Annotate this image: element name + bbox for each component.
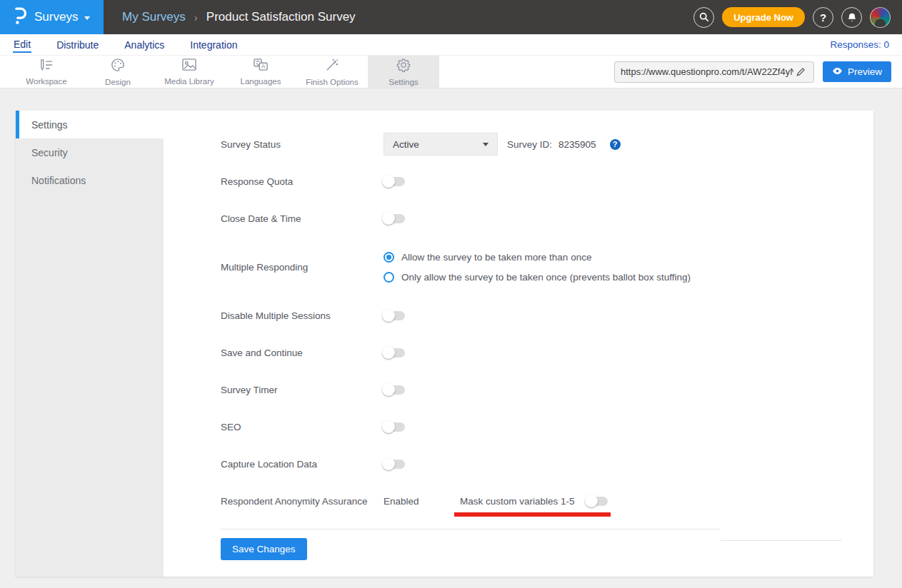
response-quota-label: Response Quota	[221, 176, 384, 187]
capture-location-data-label: Capture Location Data	[221, 459, 384, 470]
breadcrumb-my-surveys[interactable]: My Surveys	[122, 10, 186, 24]
preview-label: Preview	[848, 66, 882, 77]
survey-status-label: Survey Status	[221, 139, 384, 150]
settings-card: Settings Security Notifications Survey S…	[16, 111, 873, 577]
tab-distribute[interactable]: Distribute	[56, 37, 99, 52]
toolbar-tab-label: Media Library	[164, 77, 214, 86]
survey-id-value: 8235905	[558, 139, 596, 150]
close-date-time-row: Close Date & Time	[221, 200, 873, 237]
product-switcher[interactable]: Surveys	[0, 0, 104, 34]
preview-button[interactable]: Preview	[823, 61, 891, 82]
toolbar-tab-label: Languages	[241, 77, 281, 86]
toolbar-tab-workspace[interactable]: Workspace	[11, 56, 82, 88]
survey-id-help-icon[interactable]: ?	[610, 139, 621, 150]
red-highlight-underline	[454, 512, 611, 517]
media-library-icon	[181, 58, 197, 74]
tab-integration[interactable]: Integration	[189, 37, 238, 52]
responses-count[interactable]: Responses: 0	[830, 39, 889, 50]
toolbar-tab-design[interactable]: Design	[82, 56, 154, 88]
multiple-responding-options: Allow the survey to be taken more than o…	[384, 252, 691, 283]
eye-icon	[832, 66, 843, 77]
toolbar-tab-media-library[interactable]: Media Library	[154, 56, 225, 88]
survey-timer-toggle[interactable]	[384, 385, 405, 395]
divider-zone	[221, 519, 873, 538]
design-palette-icon	[111, 58, 125, 75]
edit-toolbar: Workspace Design Media Library A Languag…	[0, 56, 902, 88]
divider	[221, 529, 721, 529]
save-and-continue-toggle[interactable]	[384, 348, 405, 358]
save-changes-button[interactable]: Save Changes	[221, 538, 307, 560]
radio-option-multiple-allowed[interactable]: Allow the survey to be taken more than o…	[384, 252, 691, 263]
edit-url-pencil-icon[interactable]	[793, 64, 809, 80]
search-icon[interactable]	[693, 7, 714, 28]
survey-timer-label: Survey Timer	[221, 385, 384, 395]
seo-toggle[interactable]	[384, 422, 405, 432]
response-quota-toggle[interactable]	[384, 177, 405, 186]
tab-analytics[interactable]: Analytics	[124, 37, 165, 52]
settings-gear-icon	[396, 58, 411, 75]
upgrade-now-button[interactable]: Upgrade Now	[722, 7, 805, 27]
sidebar-item-settings[interactable]: Settings	[16, 111, 164, 138]
disable-multiple-sessions-toggle[interactable]	[384, 311, 405, 320]
sidebar-item-notifications[interactable]: Notifications	[16, 166, 164, 194]
multiple-responding-label: Multiple Responding	[221, 262, 384, 273]
survey-status-row: Survey Status Active Survey ID: 8235905 …	[221, 126, 873, 163]
svg-text:A: A	[261, 64, 266, 70]
settings-sidebar: Settings Security Notifications	[16, 111, 164, 577]
toolbar-tab-settings[interactable]: Settings	[368, 56, 439, 88]
toolbar-tab-label: Design	[105, 78, 131, 86]
mask-custom-variables-label: Mask custom variables 1-5	[460, 496, 586, 507]
toolbar-tab-languages[interactable]: A Languages	[225, 56, 296, 88]
disable-multiple-sessions-row: Disable Multiple Sessions	[221, 297, 873, 334]
chevron-down-icon	[483, 143, 488, 146]
toolbar-right: Preview	[614, 56, 902, 88]
account-avatar[interactable]	[870, 7, 891, 28]
seo-label: SEO	[221, 422, 384, 432]
questionpro-logo-icon	[14, 6, 28, 28]
respondent-anonymity-label: Respondent Anonymity Assurance	[221, 496, 384, 507]
notifications-bell-icon[interactable]	[841, 7, 862, 28]
radio-option-once-only[interactable]: Only allow the survey to be taken once (…	[384, 272, 691, 283]
capture-location-data-toggle[interactable]	[384, 460, 405, 469]
survey-status-select[interactable]: Active	[384, 133, 498, 156]
survey-url-box	[614, 61, 814, 83]
sidebar-item-security[interactable]: Security	[16, 138, 164, 166]
disable-multiple-sessions-label: Disable Multiple Sessions	[221, 310, 384, 321]
workspace-icon	[39, 59, 54, 74]
header-actions: Upgrade Now ?	[693, 0, 902, 34]
breadcrumb: My Surveys › Product Satisfaction Survey	[122, 0, 356, 34]
radio-unselected-icon[interactable]	[384, 272, 394, 283]
settings-content: Survey Status Active Survey ID: 8235905 …	[164, 111, 873, 577]
divider-secondary	[721, 540, 842, 541]
save-and-continue-row: Save and Continue	[221, 334, 873, 371]
save-and-continue-label: Save and Continue	[221, 348, 384, 358]
mask-custom-variables-toggle[interactable]	[586, 497, 608, 506]
close-date-time-label: Close Date & Time	[221, 213, 384, 224]
languages-icon: A	[253, 58, 269, 74]
page-title: Product Satisfaction Survey	[206, 10, 356, 24]
finish-options-wand-icon	[325, 58, 339, 75]
survey-status-value: Active	[393, 139, 419, 150]
app-header: Surveys My Surveys › Product Satisfactio…	[0, 0, 902, 34]
close-date-time-toggle[interactable]	[384, 214, 405, 223]
survey-timer-row: Survey Timer	[221, 371, 873, 408]
chevron-down-icon	[84, 16, 90, 20]
toolbar-tab-label: Settings	[389, 78, 419, 86]
product-name: Surveys	[34, 10, 78, 24]
survey-nav: Edit Distribute Analytics Integration Re…	[0, 34, 902, 56]
toolbar-tab-label: Workspace	[26, 77, 66, 86]
tab-edit[interactable]: Edit	[13, 36, 31, 53]
toolbar-tab-label: Finish Options	[306, 78, 359, 86]
seo-row: SEO	[221, 408, 873, 445]
multiple-responding-row: Multiple Responding Allow the survey to …	[221, 237, 873, 297]
survey-id-label: Survey ID:	[507, 139, 552, 150]
response-quota-row: Response Quota	[221, 163, 873, 200]
help-icon[interactable]: ?	[813, 7, 833, 28]
capture-location-data-row: Capture Location Data	[221, 445, 873, 482]
breadcrumb-separator: ›	[194, 11, 198, 24]
anonymity-status-value: Enabled	[384, 496, 460, 507]
toolbar-tab-finish-options[interactable]: Finish Options	[296, 56, 368, 88]
radio-selected-icon[interactable]	[384, 252, 394, 263]
respondent-anonymity-row: Respondent Anonymity Assurance Enabled M…	[221, 482, 873, 519]
survey-url-input[interactable]	[621, 66, 793, 77]
